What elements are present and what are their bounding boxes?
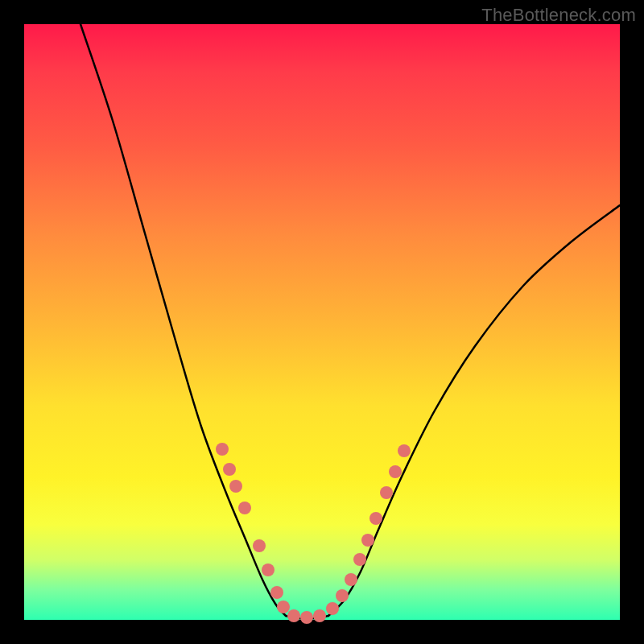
data-point — [369, 512, 382, 525]
data-point — [300, 611, 313, 624]
attribution-label: TheBottleneck.com — [481, 5, 636, 26]
data-point — [223, 463, 236, 476]
chart-plot-area — [24, 24, 620, 620]
curve-left-branch — [80, 24, 286, 616]
data-point — [238, 502, 251, 514]
data-point — [361, 534, 374, 547]
data-point — [229, 480, 242, 493]
data-point — [216, 443, 229, 456]
data-point — [253, 539, 266, 552]
data-point — [277, 601, 290, 613]
data-point — [270, 586, 283, 599]
curve-right-branch — [328, 205, 620, 616]
data-point — [389, 465, 402, 478]
data-point — [380, 486, 393, 499]
data-point — [313, 609, 326, 622]
chart-svg — [24, 24, 620, 620]
data-point — [398, 444, 411, 457]
data-point — [336, 589, 349, 602]
data-point — [353, 553, 366, 566]
data-point — [262, 564, 275, 576]
data-point — [345, 573, 357, 586]
data-point — [287, 609, 300, 622]
scatter-dots-floor — [287, 609, 326, 624]
scatter-dots-left — [216, 443, 290, 613]
scatter-dots-right — [326, 444, 411, 615]
data-point — [326, 602, 339, 615]
